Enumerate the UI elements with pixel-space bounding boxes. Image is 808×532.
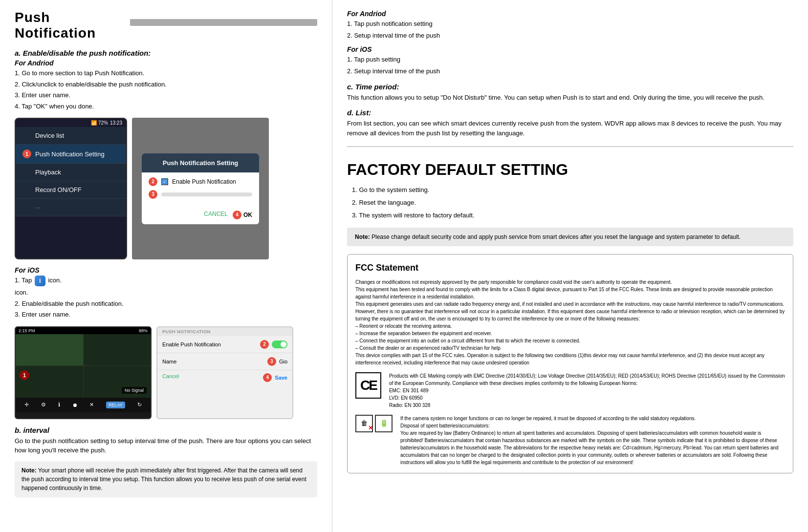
ios-heading-left: For iOS <box>15 266 317 274</box>
android-step-4: 4. Tap "OK" when you done. <box>15 102 317 111</box>
note-box-left: Note: Your smart phone will receive the … <box>15 461 317 497</box>
toolbar-info[interactable]: ℹ <box>58 402 60 408</box>
android-phone-screenshot: 📶 72% 13:23 Device list 1 Push Notificat… <box>15 118 127 259</box>
relay-button[interactable]: RELAY <box>106 402 125 408</box>
step-num-3: 3 <box>149 190 157 199</box>
ios-enable-push-label: Enable Push Notification <box>162 341 221 347</box>
toolbar-refresh[interactable]: ↻ <box>137 402 142 408</box>
disposal-text: If the camera system no longer functions… <box>400 415 785 466</box>
factory-steps: 1. Go to the system setting. 2. Reset th… <box>352 184 793 222</box>
clock: 13:23 <box>110 120 122 126</box>
ios-name-value: Gio <box>279 359 287 364</box>
ok-button[interactable]: OK <box>243 212 252 218</box>
ios-toolbar: ✛ ⚙ ℹ ⏺ ✕ RELAY ↻ <box>16 398 151 412</box>
ios-push-name-row: Name 3 Gio <box>157 353 292 370</box>
ios-status-bar: 2:15 PM 88% <box>16 327 151 334</box>
phone-menu: Device list 1 Push Notification Setting … <box>16 127 126 216</box>
push-dialog-body: 2 ✓ Enable Push Notification 3 <box>142 172 259 208</box>
fcc-body: Changes or modifications not expressly a… <box>355 278 785 366</box>
ios-toggle[interactable] <box>272 340 287 348</box>
factory-note-body: Please change default security code and … <box>371 234 741 240</box>
ios-cancel-btn[interactable]: Cancel <box>162 373 179 382</box>
cancel-button[interactable]: CANCEL <box>204 211 228 219</box>
menu-item-playback[interactable]: Playback <box>16 164 126 181</box>
push-dialog-title: Push Notification Setting <box>142 153 259 172</box>
signal-icons: 📶 72% <box>91 120 108 126</box>
battery-icon: 🔋 <box>375 415 393 432</box>
section-b-heading: b. interval <box>15 426 317 434</box>
section-d-body: From list section, you can see which sma… <box>347 119 793 138</box>
left-column: Push Notification a. Enable/disable the … <box>0 0 332 532</box>
android-step-2: 2. Click/unclick to enable/disable the p… <box>15 80 317 89</box>
ios-step-4: 3. Enter user name. <box>15 310 317 319</box>
ce-row: CE Products with CE Marking comply with … <box>355 372 785 409</box>
menu-item-label: Record ON/OFF <box>35 186 82 193</box>
ios-camera-view: No Signal 1 <box>16 334 151 398</box>
right-column: For Andriod 1. Tap push notification set… <box>332 0 808 532</box>
menu-item-extra[interactable]: ··· <box>16 199 126 216</box>
ios-save-btn[interactable]: Save <box>275 375 287 381</box>
section-b-body: Go to the push notification setting to s… <box>15 436 317 455</box>
menu-item-record[interactable]: Record ON/OFF <box>16 181 126 199</box>
page-container: Push Notification a. Enable/disable the … <box>0 0 808 532</box>
title-divider <box>130 19 317 26</box>
menu-item-label: Playback <box>35 169 61 176</box>
ios-right-step-1: 1. Tap push setting <box>347 55 793 64</box>
push-slider-row: 3 <box>149 190 252 199</box>
ios-heading-right: For iOS <box>347 45 793 53</box>
note-body: Your smart phone will receive the push i… <box>22 467 306 491</box>
step-num-2: 2 <box>149 177 157 186</box>
factory-note-label: Note: <box>355 234 370 240</box>
android-screenshots: 📶 72% 13:23 Device list 1 Push Notificat… <box>15 118 317 259</box>
step-num-4: 4 <box>233 211 241 219</box>
ios-step-1: 1. Tap i icon. <box>15 276 317 286</box>
toolbar-settings[interactable]: ⚙ <box>41 402 46 408</box>
push-checkbox[interactable]: ✓ <box>161 178 168 185</box>
step-num-ios-3: 3 <box>267 357 276 366</box>
factory-step-2: 2. Reset the language. <box>352 196 793 209</box>
ios-push-enable-row: Enable Push Notification 2 <box>157 336 292 353</box>
disposal-row: 🗑 ✕ 🔋 If the camera system no longer fun… <box>355 415 785 466</box>
factory-note-box: Note: Please change default security cod… <box>347 228 793 246</box>
push-dialog-screenshot: Push Notification Setting 2 ✓ Enable Pus… <box>132 118 269 259</box>
ios-battery: 88% <box>139 328 148 333</box>
android-step-1: 1. Go to more section to tap Push Notifi… <box>15 68 317 78</box>
enable-push-label: Enable Push Notification <box>172 178 236 185</box>
menu-item-device-list[interactable]: Device list <box>16 127 126 145</box>
push-interval-slider[interactable] <box>161 192 252 196</box>
step-num-ios-4: 4 <box>263 373 272 382</box>
toolbar-record[interactable]: ⏺ <box>72 402 78 408</box>
menu-item-label-empty: ··· <box>35 204 41 211</box>
push-dialog: Push Notification Setting 2 ✓ Enable Pus… <box>142 153 259 224</box>
section-d-heading: d. List: <box>347 108 793 117</box>
no-signal-label: No Signal <box>122 387 147 394</box>
disposal-icons: 🗑 ✕ 🔋 <box>355 415 393 432</box>
android-step-3: 3. Enter user name. <box>15 90 317 100</box>
step-num-ios-2: 2 <box>260 340 269 349</box>
push-enable-row: 2 ✓ Enable Push Notification <box>149 177 252 186</box>
ios-name-label: Name <box>162 359 176 364</box>
menu-item-push-notification[interactable]: 1 Push Notification Setting <box>16 145 126 164</box>
section-c-body: This function allows you to setup "Do No… <box>347 93 793 103</box>
factory-heading: FACTORY DEFAULT SETTING <box>347 161 793 179</box>
android-right-step-1: 1. Tap push notification setting <box>347 19 793 29</box>
fcc-title: FCC Statement <box>355 261 785 275</box>
ios-step-2: icon. <box>15 288 317 298</box>
ios-push-header: PUSH NOTIFICATION <box>157 327 292 336</box>
factory-step-1: 1. Go to the system setting. <box>352 184 793 196</box>
toolbar-plus[interactable]: ✛ <box>24 402 29 408</box>
camera-num-badge: 1 <box>20 370 29 380</box>
factory-step-3: 3. The system will restore to factory de… <box>352 209 793 222</box>
trash-icon: 🗑 ✕ <box>355 415 373 432</box>
push-dialog-footer: CANCEL 4 OK <box>142 208 259 224</box>
step-num-1: 1 <box>22 149 31 158</box>
ios-icon: i <box>35 276 45 286</box>
ce-text: Products with CE Marking comply with EMC… <box>389 372 785 409</box>
android-heading-left: For Andriod <box>15 59 317 67</box>
menu-item-label: Push Notification Setting <box>35 150 105 158</box>
ios-step-3: 2. Enable/disable the push notification. <box>15 299 317 309</box>
ios-section: For iOS 1. Tap i icon. icon. 2. Enable/d… <box>15 266 317 319</box>
toolbar-x[interactable]: ✕ <box>89 402 94 408</box>
android-right-step-2: 2. Setup interval time of the push <box>347 31 793 41</box>
section-a-heading: a. Enable/disable the push notification: <box>15 49 317 57</box>
